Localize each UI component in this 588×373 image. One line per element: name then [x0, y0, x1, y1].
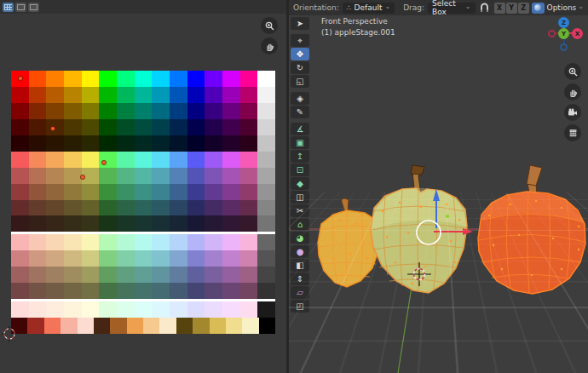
select-box-tool[interactable]: ➤ [291, 17, 309, 30]
pan-icon[interactable] [261, 37, 278, 55]
palette-swatch[interactable] [205, 267, 222, 283]
palette-swatch[interactable] [170, 250, 187, 267]
palette-swatch[interactable] [64, 234, 82, 250]
knife-tool[interactable]: ✂ [291, 204, 309, 217]
palette-swatch[interactable] [187, 200, 205, 216]
palette-swatch[interactable] [187, 267, 205, 283]
palette-swatch[interactable] [152, 267, 170, 283]
palette-swatch[interactable] [64, 267, 82, 283]
palette-swatch[interactable] [187, 184, 205, 200]
palette-swatch[interactable] [176, 318, 193, 334]
palette-swatch[interactable] [64, 283, 82, 299]
mirror-z-button[interactable]: Z [518, 3, 529, 14]
palette-swatch[interactable] [152, 119, 170, 135]
palette-swatch[interactable] [135, 168, 153, 184]
palette-swatch[interactable] [152, 71, 170, 87]
palette-swatch[interactable] [205, 103, 222, 119]
move-tool[interactable]: ✥ [291, 48, 309, 60]
palette-swatch[interactable] [205, 234, 222, 250]
render-slot-icon[interactable] [28, 3, 39, 12]
palette-swatch[interactable] [222, 103, 240, 119]
palette-swatch[interactable] [82, 71, 100, 87]
navigation-gizmo[interactable]: Z Y X [545, 15, 583, 53]
palette-swatch[interactable] [64, 184, 82, 200]
palette-swatch[interactable] [257, 71, 275, 87]
orientation-dropdown[interactable]: ∴ Default [343, 3, 395, 14]
palette-swatch[interactable] [222, 184, 240, 200]
palette-swatch[interactable] [99, 234, 117, 250]
palette-swatch[interactable] [152, 87, 170, 103]
palette-swatch[interactable] [222, 152, 240, 168]
loop-cut-tool[interactable]: ◫ [291, 191, 309, 204]
palette-swatch[interactable] [152, 168, 170, 184]
palette-swatch[interactable] [82, 152, 100, 168]
palette-swatch[interactable] [240, 250, 258, 267]
palette-swatch[interactable] [99, 250, 117, 267]
palette-swatch[interactable] [11, 184, 29, 200]
palette-swatch[interactable] [240, 87, 258, 103]
mirror-y-button[interactable]: Y [506, 3, 517, 14]
palette-swatch[interactable] [240, 103, 258, 119]
palette-swatch[interactable] [240, 267, 258, 283]
palette-swatch[interactable] [205, 301, 222, 318]
palette-swatch[interactable] [46, 135, 64, 152]
palette-swatch[interactable] [187, 103, 205, 119]
palette-swatch[interactable] [205, 184, 222, 200]
palette-swatch[interactable] [99, 152, 117, 168]
palette-swatch[interactable] [257, 283, 275, 299]
options-dropdown[interactable]: Options [547, 3, 584, 12]
palette-swatch[interactable] [257, 135, 275, 152]
palette-swatch[interactable] [135, 103, 153, 119]
image-icon[interactable] [15, 3, 26, 12]
palette-swatch[interactable] [205, 215, 222, 232]
gizmo-axis-x[interactable]: X [572, 28, 583, 39]
palette-swatch[interactable] [11, 168, 29, 184]
palette-swatch[interactable] [46, 234, 64, 250]
palette-swatch[interactable] [240, 135, 258, 152]
gizmo-axis-z-neg[interactable] [560, 43, 568, 51]
palette-swatch[interactable] [64, 103, 82, 119]
palette-swatch[interactable] [187, 215, 205, 232]
gizmo-axis-x-neg[interactable] [548, 30, 556, 37]
palette-swatch[interactable] [135, 71, 153, 87]
palette-swatch[interactable] [170, 234, 187, 250]
palette-swatch[interactable] [135, 301, 153, 318]
palette-swatch[interactable] [82, 119, 100, 135]
palette-swatch[interactable] [226, 318, 242, 334]
palette-swatch[interactable] [257, 215, 275, 232]
palette-swatch[interactable] [99, 267, 117, 283]
palette-swatch[interactable] [205, 87, 222, 103]
palette-swatch[interactable] [29, 301, 47, 318]
palette-swatch[interactable] [187, 234, 205, 250]
palette-swatch[interactable] [187, 71, 205, 87]
palette-swatch[interactable] [46, 103, 64, 119]
palette-swatch[interactable] [135, 215, 153, 232]
palette-swatch[interactable] [117, 119, 135, 135]
palette-swatch[interactable] [240, 184, 258, 200]
palette-swatch[interactable] [170, 152, 187, 168]
palette-swatch[interactable] [205, 119, 222, 135]
palette-swatch[interactable] [205, 250, 222, 267]
palette-swatch[interactable] [29, 250, 47, 267]
palette-swatch[interactable] [46, 168, 64, 184]
palette-swatch[interactable] [64, 250, 82, 267]
palette-swatch[interactable] [46, 267, 64, 283]
palette-swatch[interactable] [11, 283, 29, 299]
palette-swatch[interactable] [222, 119, 240, 135]
proportional-editing-icon[interactable] [532, 3, 545, 14]
shear-tool[interactable]: ▱ [291, 286, 309, 299]
palette-swatch[interactable] [152, 250, 170, 267]
palette-swatch[interactable] [46, 119, 64, 135]
palette-swatch[interactable] [99, 283, 117, 299]
palette-swatch[interactable] [64, 135, 82, 152]
palette-swatch[interactable] [170, 283, 187, 299]
palette-swatch[interactable] [187, 283, 205, 299]
palette-swatch[interactable] [187, 301, 205, 318]
shrink-fatten-tool[interactable]: ⇕ [291, 273, 309, 285]
palette-swatch[interactable] [187, 135, 205, 152]
mirror-x-button[interactable]: X [494, 3, 505, 14]
palette-swatch[interactable] [170, 200, 187, 216]
palette-swatch[interactable] [99, 215, 117, 232]
palette-swatch[interactable] [117, 283, 135, 299]
palette-swatch[interactable] [222, 168, 240, 184]
